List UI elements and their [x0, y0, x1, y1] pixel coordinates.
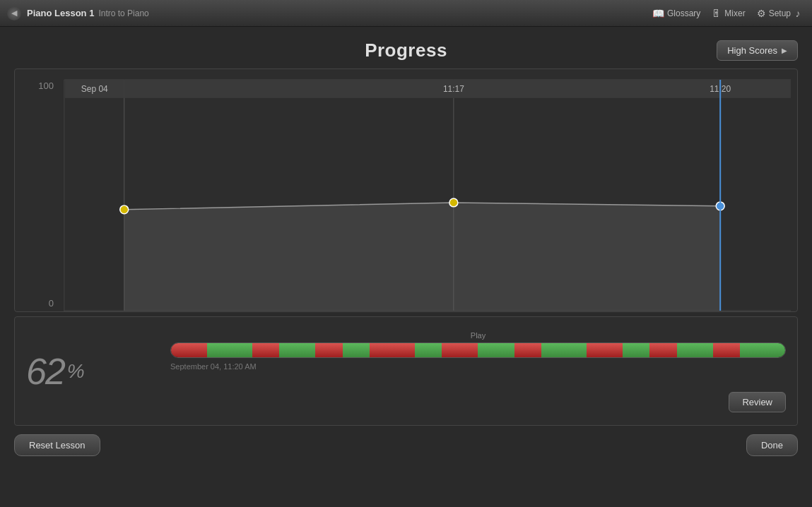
progress-segment: [649, 343, 676, 357]
progress-segment: [343, 343, 370, 357]
progress-chart: 100 0 Sep 04 11:17 11:20: [14, 68, 798, 312]
main-content: Progress High Scores 100 0 Sep 04: [0, 27, 812, 456]
setup-label: Setup: [769, 8, 791, 18]
svg-marker-13: [124, 203, 720, 311]
reset-lesson-label: Reset Lesson: [29, 440, 86, 451]
progress-bar: [170, 342, 786, 358]
high-scores-label: High Scores: [727, 45, 777, 56]
done-button[interactable]: Done: [746, 434, 798, 456]
glossary-label: Glossary: [667, 8, 700, 18]
lesson-title: Piano Lesson 1: [27, 8, 94, 18]
progress-segment: [370, 343, 415, 357]
music-icon[interactable]: ♪: [791, 6, 805, 20]
glossary-icon: 📖: [652, 8, 664, 19]
glossary-nav[interactable]: 📖 Glossary: [652, 8, 700, 19]
progress-segment: [171, 343, 207, 357]
back-button[interactable]: ◀: [7, 6, 21, 20]
chart-point-2: [449, 198, 458, 207]
titlebar: ◀ Piano Lesson 1 Intro to Piano 📖 Glossa…: [0, 0, 812, 27]
progress-segment: [541, 343, 587, 357]
svg-rect-9: [454, 80, 791, 98]
chart-svg: 100 0 Sep 04 11:17 11:20: [15, 69, 797, 311]
progress-segment: [587, 343, 623, 357]
date-label: September 04, 11:20 AM: [170, 362, 786, 371]
footer: Reset Lesson Done: [14, 426, 798, 456]
svg-text:100: 100: [38, 80, 54, 91]
mixer-icon: 🎚: [712, 8, 722, 19]
progress-segment: [713, 343, 740, 357]
progress-segment: [442, 343, 478, 357]
setup-icon: ⚙: [757, 8, 766, 19]
progress-segment: [279, 343, 315, 357]
progress-segment: [315, 343, 342, 357]
bottom-panel: 62 % Play September 04, 11:20 AM Review: [14, 316, 798, 426]
score-display: 62 %: [26, 350, 85, 393]
mixer-label: Mixer: [724, 8, 745, 18]
svg-text:Sep 04: Sep 04: [81, 84, 108, 94]
play-label: Play: [170, 331, 786, 340]
progress-segment: [514, 343, 541, 357]
progress-segment: [415, 343, 442, 357]
reset-lesson-button[interactable]: Reset Lesson: [14, 434, 100, 456]
mixer-nav[interactable]: 🎚 Mixer: [712, 8, 745, 19]
page-title: Progress: [365, 40, 447, 61]
progress-segment: [623, 343, 649, 357]
page-title-area: Progress High Scores: [14, 27, 798, 68]
review-button[interactable]: Review: [729, 392, 786, 412]
setup-nav[interactable]: ⚙ Setup: [757, 8, 791, 19]
svg-text:0: 0: [49, 298, 54, 309]
progress-segment: [740, 343, 785, 357]
progress-segment: [478, 343, 514, 357]
progress-segment: [677, 343, 713, 357]
score-percent: %: [67, 360, 85, 383]
done-label: Done: [761, 440, 783, 451]
svg-rect-8: [124, 80, 454, 98]
progress-segment: [207, 343, 252, 357]
chart-point-1: [120, 205, 129, 214]
review-label: Review: [742, 397, 772, 407]
score-number: 62: [26, 350, 64, 393]
lesson-subtitle: Intro to Piano: [98, 8, 148, 18]
high-scores-button[interactable]: High Scores: [717, 40, 798, 61]
svg-text:11:17: 11:17: [443, 84, 464, 94]
play-section: Play September 04, 11:20 AM: [170, 331, 786, 371]
progress-segment: [252, 343, 279, 357]
